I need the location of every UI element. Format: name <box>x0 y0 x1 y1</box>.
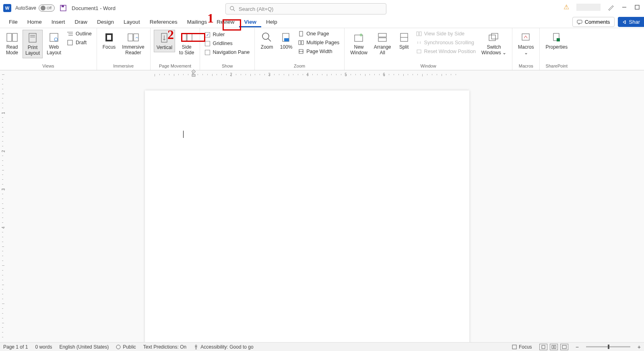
svg-rect-52 <box>512 345 516 349</box>
comments-button[interactable]: Comments <box>572 17 615 27</box>
svg-line-26 <box>268 39 271 41</box>
minimize-button[interactable] <box>621 4 627 10</box>
zoom-button[interactable]: Zoom <box>258 30 276 51</box>
autosave-label: AutoSave <box>15 5 36 11</box>
svg-rect-42 <box>417 50 421 53</box>
focus-mode-button[interactable]: Focus <box>512 344 532 350</box>
tab-insert[interactable]: Insert <box>47 16 70 27</box>
chevron-down-icon: ⌄ <box>524 50 528 55</box>
focus-button[interactable]: Focus <box>100 30 118 51</box>
print-layout-view-icon[interactable] <box>539 344 547 350</box>
outline-button[interactable]: Outline <box>65 30 93 38</box>
search-box[interactable]: Search (Alt+Q) <box>225 3 386 14</box>
svg-rect-1 <box>62 5 64 7</box>
web-layout-button[interactable]: Web Layout <box>44 30 64 57</box>
tab-home[interactable]: Home <box>23 16 47 27</box>
svg-rect-23 <box>182 34 186 41</box>
immersive-reader-button[interactable]: Immersive Reader <box>120 30 147 57</box>
word-count[interactable]: 0 words <box>35 344 52 350</box>
chevron-down-icon: ⌄ <box>502 50 506 55</box>
share-button[interactable]: Shar <box>618 17 644 27</box>
web-layout-view-icon[interactable] <box>560 344 568 350</box>
one-page-button[interactable]: One Page <box>297 30 341 38</box>
globe-icon <box>116 345 121 349</box>
gridlines-checkbox[interactable]: Gridlines <box>203 39 251 47</box>
zoom-slider[interactable] <box>586 346 630 347</box>
ruler-checkbox[interactable]: ✓Ruler <box>203 31 251 39</box>
new-window-button[interactable]: New Window <box>348 30 370 57</box>
svg-rect-33 <box>355 35 363 41</box>
read-mode-button[interactable]: Read Mode <box>3 30 21 57</box>
search-icon <box>230 6 235 12</box>
pen-icon[interactable] <box>608 4 614 10</box>
svg-rect-56 <box>562 345 566 349</box>
draft-icon <box>67 40 73 45</box>
text-predictions-status[interactable]: Text Predictions: On <box>143 344 186 350</box>
tab-design[interactable]: Design <box>92 16 119 27</box>
svg-marker-48 <box>192 70 196 74</box>
svg-point-25 <box>262 33 269 39</box>
view-side-by-side-button: View Side by Side <box>415 30 478 38</box>
tab-references[interactable]: References <box>145 16 182 27</box>
warning-icon[interactable]: ⚠ <box>564 3 569 11</box>
vertical-ruler[interactable]: 1234 <box>2 74 8 342</box>
one-page-icon <box>298 31 304 37</box>
user-account[interactable] <box>576 4 601 11</box>
svg-line-3 <box>233 10 235 11</box>
zoom-100-button[interactable]: 100% <box>277 30 295 51</box>
sharepoint-group-label: SharePoint <box>543 64 570 69</box>
multiple-pages-button[interactable]: Multiple Pages <box>297 39 341 47</box>
switch-windows-button[interactable]: Switch Windows ⌄ <box>479 30 509 57</box>
share-icon <box>622 19 627 25</box>
draft-button[interactable]: Draft <box>65 39 93 47</box>
macros-button[interactable]: Macros⌄ <box>516 30 536 57</box>
share-label: Shar <box>629 19 640 25</box>
svg-point-50 <box>116 345 120 349</box>
tab-mailings[interactable]: Mailings <box>182 16 212 27</box>
title-bar: W AutoSave Off Document1 - Word Search (… <box>0 0 644 16</box>
maximize-button[interactable] <box>634 4 640 10</box>
tab-file[interactable]: File <box>4 16 23 27</box>
print-layout-button[interactable]: Print Layout <box>23 30 43 58</box>
svg-rect-8 <box>12 33 17 41</box>
arrange-all-button[interactable]: Arrange All <box>372 30 394 57</box>
horizontal-ruler[interactable]: 123456 <box>155 72 471 78</box>
tab-view[interactable]: View <box>239 16 261 27</box>
svg-rect-5 <box>635 5 639 9</box>
indent-marker[interactable] <box>192 70 196 78</box>
status-bar: Page 1 of 1 0 words English (United Stat… <box>0 342 644 351</box>
accessibility-status[interactable]: Accessibility: Good to go <box>194 344 253 350</box>
window-group-label: Window <box>348 64 509 69</box>
svg-rect-31 <box>301 41 303 45</box>
sync-scroll-icon <box>416 40 422 45</box>
public-status[interactable]: Public <box>116 344 136 350</box>
page-width-icon <box>298 49 304 54</box>
tab-layout[interactable]: Layout <box>119 16 145 27</box>
toggle-knob <box>41 6 45 10</box>
properties-button[interactable]: Properties <box>543 30 570 51</box>
navigation-pane-checkbox[interactable]: Navigation Pane <box>203 48 251 56</box>
document-workspace: 1234 123456 <box>0 70 644 342</box>
zoom-in-button[interactable]: + <box>638 344 641 350</box>
split-button[interactable]: Split <box>395 30 413 51</box>
page-width-button[interactable]: Page Width <box>297 47 341 55</box>
read-mode-view-icon[interactable] <box>550 344 558 350</box>
text-cursor <box>183 131 184 138</box>
autosave-toggle[interactable]: Off <box>39 4 55 12</box>
page-status[interactable]: Page 1 of 1 <box>3 344 28 350</box>
zoom-group-label: Zoom <box>258 64 341 69</box>
zoom-out-button[interactable]: − <box>576 344 579 350</box>
vertical-button[interactable]: Vertical <box>154 30 175 52</box>
comments-label: Comments <box>585 19 610 25</box>
side-to-side-button[interactable]: Side to Side <box>177 30 196 57</box>
tab-draw[interactable]: Draw <box>70 16 93 27</box>
macros-group-label: Macros <box>516 64 536 69</box>
language-status[interactable]: English (United States) <box>59 344 109 350</box>
save-icon[interactable] <box>60 4 67 12</box>
outline-icon <box>67 31 73 37</box>
tab-help[interactable]: Help <box>261 16 282 27</box>
document-page[interactable] <box>145 90 469 342</box>
tab-review[interactable]: Review <box>212 16 239 27</box>
comment-icon <box>577 19 582 25</box>
svg-rect-55 <box>554 345 556 349</box>
